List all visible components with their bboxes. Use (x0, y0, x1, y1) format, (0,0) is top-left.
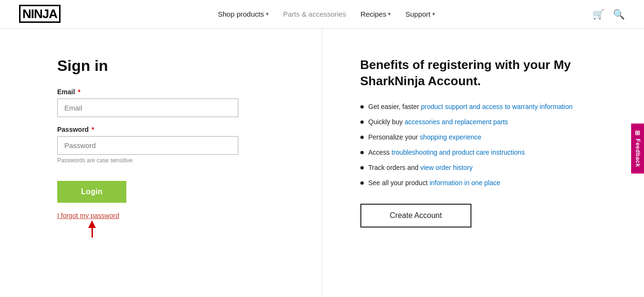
main-nav: Shop products ▾ Parts & accessories Reci… (218, 10, 435, 18)
arrow-line (92, 228, 93, 238)
benefit-item-4: Access troubleshooting and product care … (360, 148, 606, 156)
signin-title: Sign in (57, 57, 284, 75)
bullet-icon (360, 136, 364, 139)
password-label: Password * (57, 126, 284, 133)
nav-parts-label: Parts & accessories (283, 10, 347, 18)
benefit-item-6: See all your product information in one … (360, 179, 606, 187)
benefits-title: Benefits of registering with your My Sha… (360, 57, 606, 89)
chevron-down-icon: ▾ (266, 11, 269, 17)
benefit-item-1: Get easier, faster product support and a… (360, 103, 606, 110)
password-field[interactable] (57, 136, 238, 155)
email-field[interactable] (57, 99, 238, 117)
email-label: Email * (57, 88, 284, 96)
benefit-item-2: Quickly buy accessories and replacement … (360, 118, 606, 126)
bullet-icon (360, 120, 364, 124)
chevron-down-icon: ▾ (388, 11, 391, 17)
nav-shop-products-label: Shop products (218, 10, 264, 18)
feedback-tab[interactable]: ⊞ Feedback (631, 124, 644, 174)
signin-panel: Sign in Email * Password * Passwords are… (0, 29, 322, 295)
benefits-list: Get easier, faster product support and a… (360, 103, 606, 187)
chevron-down-icon: ▾ (432, 11, 435, 17)
create-account-button[interactable]: Create Account (360, 204, 471, 228)
logo[interactable]: NINJA (19, 7, 61, 21)
nav-parts-accessories[interactable]: Parts & accessories (283, 10, 347, 18)
login-button[interactable]: Login (57, 181, 126, 203)
arrow-up-icon (88, 220, 96, 228)
feedback-label: Feedback (634, 139, 641, 167)
benefit-item-3: Personalize your shopping experience (360, 133, 606, 141)
cart-icon[interactable]: 🛒 (593, 9, 604, 20)
arrow-indicator (88, 220, 96, 238)
search-icon[interactable]: 🔍 (613, 9, 625, 20)
bullet-icon (360, 181, 364, 185)
header-icons: 🛒 🔍 (593, 9, 625, 20)
nav-support[interactable]: Support ▾ (405, 10, 435, 18)
bullet-icon (360, 166, 364, 169)
nav-shop-products[interactable]: Shop products ▾ (218, 10, 269, 18)
feedback-icon: ⊞ (634, 130, 641, 136)
nav-recipes-label: Recipes (360, 10, 386, 18)
nav-support-label: Support (405, 10, 430, 18)
logo-text: NINJA (19, 5, 61, 23)
benefit-item-5: Track orders and view order history (360, 164, 606, 171)
password-hint: Passwords are case sensitive (57, 157, 284, 164)
bullet-icon (360, 151, 364, 154)
nav-recipes[interactable]: Recipes ▾ (360, 10, 391, 18)
bullet-icon (360, 105, 364, 109)
benefits-panel: Benefits of registering with your My Sha… (322, 29, 644, 295)
forgot-password-wrap: I forgot my password (57, 211, 119, 219)
main-container: Sign in Email * Password * Passwords are… (0, 29, 644, 295)
header: NINJA Shop products ▾ Parts & accessorie… (0, 0, 644, 29)
password-group: Password * Passwords are case sensitive (57, 126, 284, 164)
email-group: Email * (57, 88, 284, 117)
forgot-password-link[interactable]: I forgot my password (57, 212, 119, 219)
